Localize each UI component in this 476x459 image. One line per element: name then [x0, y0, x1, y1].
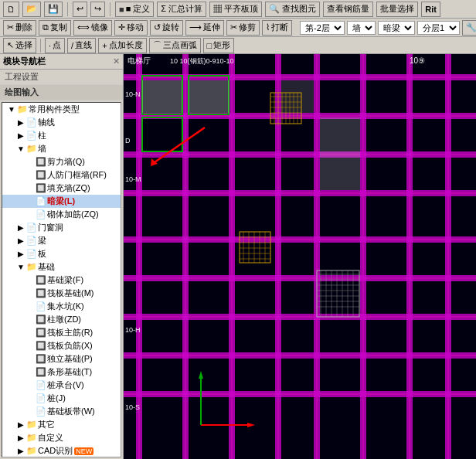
tree-item-masonry[interactable]: 📄 砌体加筋(ZQ) — [2, 208, 121, 221]
flatboard-button[interactable]: ▦ 平齐板顶 — [209, 2, 262, 17]
panel-close-button[interactable]: ✕ — [113, 56, 120, 66]
svg-text:10 10(钢筋)0-910-10: 10 10(钢筋)0-910-10 — [170, 57, 234, 65]
tree-item-slab[interactable]: ▶ 📄 板 — [2, 247, 121, 260]
select-button[interactable]: ↖ 选择 — [3, 38, 36, 53]
tree-item-strip[interactable]: 🔲 条形基础(T) — [2, 366, 121, 379]
folder-icon: 📁 — [26, 144, 38, 154]
save-button[interactable]: 💾 — [44, 2, 63, 17]
expand-icon: ▶ — [16, 434, 26, 442]
floor-select[interactable]: 第-2层 — [300, 21, 345, 35]
rotate-icon: ↺ — [154, 22, 161, 32]
subtype-select[interactable]: 暗梁 — [378, 21, 415, 35]
item-label: 填充墙(ZQ) — [47, 182, 90, 194]
tree-item-sumppit[interactable]: 📄 集水坑(K) — [2, 300, 121, 313]
item-icon: 📄 — [35, 301, 47, 311]
item-icon: 🔲 — [35, 170, 47, 180]
svg-rect-25 — [124, 352, 476, 359]
item-icon: 📄 — [26, 131, 38, 141]
search-button[interactable]: 🔍 查找图元 — [265, 2, 320, 17]
item-label: 桩承台(V) — [47, 379, 84, 391]
rect-button[interactable]: □ 矩形 — [203, 38, 235, 53]
break-button[interactable]: ⌇ 打断 — [262, 20, 292, 36]
property-button[interactable]: 🔧 属性 — [462, 20, 476, 36]
checksteel-button[interactable]: 查看钢筋量 — [323, 2, 373, 17]
panel-title: 模块导航栏 — [3, 56, 46, 67]
point-icon: · — [49, 41, 51, 50]
tree-container[interactable]: ▼ 📁 常用构件类型 ▶ 📄 轴线 ▶ 📄 柱 ▼ 📁 墙 — [2, 102, 121, 457]
tree-item-other[interactable]: ▶ 📁 其它 — [2, 418, 121, 431]
panel-header: 模块导航栏 ✕ — [0, 54, 123, 70]
rotate-button[interactable]: ↺ 旋转 — [150, 20, 183, 36]
type-select[interactable]: 墙 — [347, 21, 376, 35]
tree-item-foundplate[interactable]: 📄 基础板带(W) — [2, 405, 121, 418]
item-label: 门窗洞 — [38, 222, 63, 233]
tree-item-foundation[interactable]: ▼ 📁 基础 — [2, 260, 121, 274]
line-icon: / — [71, 41, 73, 50]
delete-label: 删除 — [15, 22, 32, 33]
redo-button[interactable]: ↪ — [90, 2, 105, 17]
tree-item-shear[interactable]: 🔲 剪力墙(Q) — [2, 155, 121, 168]
toolbar-row2: ✂ 删除 ⧉ 复制 ⟺ 镜像 ✛ 移动 ↺ 旋转 ⟶ 延伸 ✂ 修剪 ⌇ 打断 … — [0, 19, 476, 37]
drawing-section[interactable]: 绘图输入 — [0, 85, 123, 100]
point-button[interactable]: · 点 — [45, 38, 65, 53]
svg-rect-23 — [124, 275, 476, 281]
drawing-label: 绘图输入 — [5, 87, 39, 97]
tree-item-wall[interactable]: ▼ 📁 墙 — [2, 142, 121, 155]
tree-item-hidden-beam[interactable]: 📄 暗梁(L) — [2, 195, 121, 208]
select-label: 选择 — [15, 39, 32, 51]
copy-icon: ⧉ — [42, 22, 49, 32]
tree-item-raftrebar[interactable]: 🔲 筏板主筋(R) — [2, 326, 121, 339]
tree-item-isolated[interactable]: 🔲 独立基础(P) — [2, 352, 121, 366]
tree-item-beam[interactable]: ▶ 📄 梁 — [2, 234, 121, 247]
item-icon: 🔲 — [35, 275, 47, 285]
arc-button[interactable]: ⌒ 三点画弧 — [149, 38, 201, 53]
copy-button[interactable]: ⧉ 复制 — [39, 20, 71, 36]
tree-item-raft[interactable]: 🔲 筏板基础(M) — [2, 287, 121, 300]
extend-label: 延伸 — [203, 22, 220, 33]
batchselect-button[interactable]: 批量选择 — [376, 2, 418, 17]
new-button[interactable]: 🗋 — [3, 2, 19, 17]
tree-item-postbase[interactable]: 🔲 柱墩(ZD) — [2, 313, 121, 326]
item-label: 筏板负筋(X) — [47, 340, 93, 352]
addpoint-label: 点加长度 — [109, 39, 143, 51]
tree-item-piletable[interactable]: 📄 桩承台(V) — [2, 379, 121, 392]
layer-select[interactable]: 分层1 — [417, 21, 460, 35]
open-button[interactable]: 📂 — [22, 2, 41, 17]
move-button[interactable]: ✛ 移动 — [114, 20, 148, 36]
folder-icon: 📁 — [26, 262, 38, 272]
expand-icon: ▼ — [7, 105, 16, 114]
svg-rect-34 — [445, 54, 451, 459]
trim-button[interactable]: ✂ 修剪 — [226, 20, 260, 36]
tree-item-cad[interactable]: ▶ 📁 CAD识别 NEW — [2, 444, 121, 457]
tree-item-axis[interactable]: ▶ 📄 轴线 — [2, 116, 121, 129]
tree-item-col[interactable]: ▶ 📄 柱 — [2, 129, 121, 142]
extend-button[interactable]: ⟶ 延伸 — [185, 20, 224, 36]
item-label: 其它 — [38, 419, 55, 430]
define-button[interactable]: ■ ■ 定义 — [115, 2, 154, 17]
item-label: 基础梁(F) — [47, 274, 83, 286]
sum-button[interactable]: Σ 汇总计算 — [157, 2, 206, 17]
svg-rect-31 — [314, 54, 320, 459]
tree-item-common[interactable]: ▼ 📁 常用构件类型 — [2, 103, 121, 116]
mirror-button[interactable]: ⟺ 镜像 — [73, 20, 112, 36]
svg-rect-29 — [229, 54, 235, 459]
drawing-canvas[interactable]: 电梯厅 10 10(钢筋)0-910-10 10⑨ 10-N D 10-M 10… — [124, 54, 476, 459]
addpoint-button[interactable]: + 点加长度 — [98, 38, 146, 53]
item-label: 条形基础(T) — [47, 366, 92, 378]
tree-item-fill[interactable]: 🔲 填充墙(ZQ) — [2, 182, 121, 195]
settings-section[interactable]: 工程设置 — [0, 70, 123, 85]
line-button[interactable]: / 直线 — [67, 38, 96, 53]
tree-item-raftneg[interactable]: 🔲 筏板负筋(X) — [2, 339, 121, 352]
tree-item-foundbeam[interactable]: 🔲 基础梁(F) — [2, 274, 121, 287]
tree-item-doorwin[interactable]: ▶ 📄 门窗洞 — [2, 221, 121, 234]
tree-item-custom[interactable]: ▶ 📁 自定义 — [2, 431, 121, 444]
svg-rect-26 — [124, 391, 476, 397]
settings-label: 工程设置 — [5, 72, 39, 81]
rit-button[interactable]: Rit — [421, 2, 440, 17]
tree-item-pile[interactable]: 📄 桩(J) — [2, 392, 121, 405]
item-label: 梁 — [38, 235, 46, 246]
delete-button[interactable]: ✂ 删除 — [3, 20, 36, 36]
undo-button[interactable]: ↩ — [73, 2, 87, 17]
item-icon: 🔲 — [35, 367, 47, 377]
tree-item-door[interactable]: 🔲 人防门框墙(RF) — [2, 168, 121, 182]
